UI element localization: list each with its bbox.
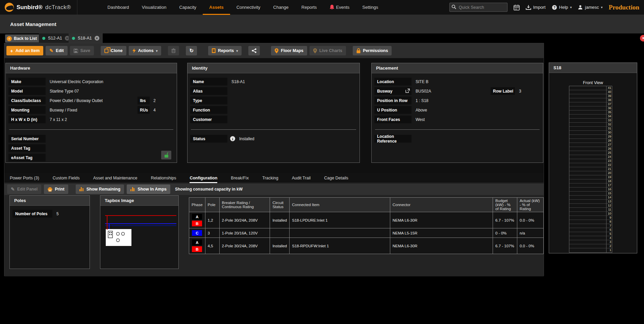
tab-power-ports-3[interactable]: Power Ports (3) — [10, 173, 39, 183]
nav-item-assets[interactable]: Assets — [203, 0, 230, 15]
u-position-row[interactable]: 32 — [569, 123, 612, 127]
nav-item-visualization[interactable]: Visualization — [135, 0, 173, 15]
u-position-row[interactable]: 18 — [569, 179, 612, 183]
u-position-row[interactable]: 16 — [569, 188, 612, 192]
search-input[interactable] — [449, 3, 507, 12]
u-position-row[interactable]: 17 — [569, 183, 612, 188]
u-position-row[interactable]: 11 — [569, 208, 612, 212]
table-row: C31-Pole 20/16A, 120VNEMA L5-15R0 - 0%n/… — [189, 228, 544, 238]
add-item-button[interactable]: + Add an Item — [6, 46, 43, 55]
external-link-icon[interactable] — [405, 89, 410, 93]
u-position-row[interactable]: 29 — [569, 135, 612, 139]
u-position-row[interactable]: 34 — [569, 115, 612, 119]
u-position-row[interactable]: 26 — [569, 147, 612, 151]
u-position-row[interactable]: 35 — [569, 110, 612, 115]
u-position-row[interactable]: 39 — [569, 94, 612, 98]
u-position-row[interactable]: 5 — [569, 232, 612, 236]
u-position-row[interactable]: 41 — [569, 86, 612, 90]
nav-item-events[interactable]: Events — [323, 0, 356, 15]
unlock-button[interactable] — [161, 151, 171, 159]
share-icon — [252, 48, 256, 53]
close-icon[interactable]: × — [95, 36, 99, 41]
calendar-icon[interactable] — [514, 4, 520, 10]
tab-cage-details[interactable]: Cage Details — [324, 173, 348, 183]
permissions-button[interactable]: Permissions — [353, 46, 392, 55]
detail-tab-strip: Power Ports (3)Custom FieldsAsset and Ma… — [4, 173, 544, 183]
reports-menu-button[interactable]: Reports ▾ — [208, 46, 242, 55]
u-position-row[interactable]: 38 — [569, 98, 612, 102]
close-all-tabs-button[interactable]: × — [640, 35, 644, 42]
u-position-row[interactable]: 14 — [569, 196, 612, 200]
u-position-row[interactable]: 7 — [569, 224, 612, 228]
nav-item-settings[interactable]: Settings — [356, 0, 385, 15]
back-to-list-button[interactable]: ‹ Back to List — [5, 34, 40, 43]
tab-custom-fields[interactable]: Custom Fields — [53, 173, 80, 183]
show-in-amps-button[interactable]: Show In Amps — [127, 184, 170, 194]
nav-item-connectivity[interactable]: Connectivity — [230, 0, 267, 15]
u-position-row[interactable]: 21 — [569, 167, 612, 171]
nav-item-dashboard[interactable]: Dashboard — [101, 0, 135, 15]
tab-asset-and-maintenance[interactable]: Asset and Maintenance — [93, 173, 138, 183]
model-label: Model — [8, 87, 46, 95]
info-icon[interactable]: i — [230, 136, 235, 141]
print-button[interactable]: Print — [44, 184, 68, 194]
tab-relationships[interactable]: Relationships — [151, 173, 176, 183]
nav-item-change[interactable]: Change — [267, 0, 295, 15]
import-button[interactable]: Import — [526, 5, 546, 10]
u-position-row[interactable]: 10 — [569, 212, 612, 216]
share-button[interactable] — [248, 46, 260, 55]
help-menu[interactable]: ? Help ▾ — [552, 5, 572, 10]
u-position-row[interactable]: 15 — [569, 192, 612, 196]
asset-tab-s18-a1[interactable]: S18-A1 × — [69, 33, 103, 43]
clone-button[interactable]: Clone — [101, 46, 126, 55]
u-position-row[interactable]: 25 — [569, 151, 612, 155]
nav-item-capacity[interactable]: Capacity — [173, 0, 203, 15]
tab-configuration[interactable]: Configuration — [190, 173, 217, 183]
u-position-row[interactable]: 19 — [569, 175, 612, 179]
tab-break-fix[interactable]: Break/Fix — [231, 173, 249, 183]
live-charts-button[interactable]: Live Charts — [309, 46, 346, 55]
tab-audit-trail[interactable]: Audit Trail — [292, 173, 311, 183]
u-position-row[interactable]: 13 — [569, 200, 612, 204]
save-button[interactable]: Save — [70, 46, 94, 55]
front-faces-label: Front Faces — [374, 116, 412, 123]
u-position-row[interactable]: 6 — [569, 228, 612, 232]
u-position-row[interactable]: 9 — [569, 216, 612, 220]
nav-item-label: Assets — [209, 5, 224, 10]
show-remaining-button[interactable]: Show Remaining — [76, 184, 124, 194]
connected-item-cell — [290, 228, 390, 238]
u-position-row[interactable]: 27 — [569, 143, 612, 147]
u-position-row[interactable]: 33 — [569, 119, 612, 123]
hardware-panel-title: Hardware — [6, 63, 177, 73]
edit-panel-button[interactable]: ✎ Edit Panel — [7, 184, 41, 194]
u-position-row[interactable]: 23 — [569, 159, 612, 163]
u-position-row[interactable]: 31 — [569, 127, 612, 131]
floor-maps-button[interactable]: Floor Maps — [271, 46, 307, 55]
refresh-button[interactable]: ↻ — [186, 46, 197, 55]
u-position-row[interactable]: 40 — [569, 90, 612, 94]
action-toolbar: + Add an Item ✎ Edit Save Clone Actions … — [4, 43, 544, 58]
u-position-row[interactable]: 37 — [569, 102, 612, 106]
u-position-row[interactable]: 36 — [569, 106, 612, 110]
u-position-row[interactable]: 12 — [569, 204, 612, 208]
u-position-row[interactable]: 3 — [569, 240, 612, 244]
nav-item-reports[interactable]: Reports — [295, 0, 323, 15]
edit-button[interactable]: ✎ Edit — [46, 46, 67, 55]
asset-tab-s12-a1[interactable]: S12-A1 × — [39, 33, 73, 43]
u-position-row[interactable]: 2 — [569, 244, 612, 248]
tab-tracking[interactable]: Tracking — [262, 173, 278, 183]
connected-item-cell[interactable]: S18-RPDUFW:Inlet 1 — [290, 238, 390, 254]
u-position-row[interactable]: 22 — [569, 163, 612, 167]
u-position-row[interactable]: 30 — [569, 131, 612, 135]
u-position-row[interactable]: 28 — [569, 139, 612, 143]
u-position-row[interactable]: 1 — [569, 248, 612, 252]
u-position-row[interactable]: 4 — [569, 236, 612, 240]
actions-menu-button[interactable]: Actions ▾ — [129, 46, 162, 55]
u-position-row[interactable]: 8 — [569, 220, 612, 224]
u-position-row[interactable]: 20 — [569, 171, 612, 175]
user-menu[interactable]: jamesc ▾ — [578, 5, 602, 10]
connected-item-cell[interactable]: S18-LPDURE:Inlet 1 — [290, 212, 390, 228]
top-navigation-bar: Sunbird® dcTrack® DashboardVisualization… — [0, 0, 644, 15]
u-position-row[interactable]: 24 — [569, 155, 612, 159]
delete-button[interactable] — [168, 46, 179, 55]
